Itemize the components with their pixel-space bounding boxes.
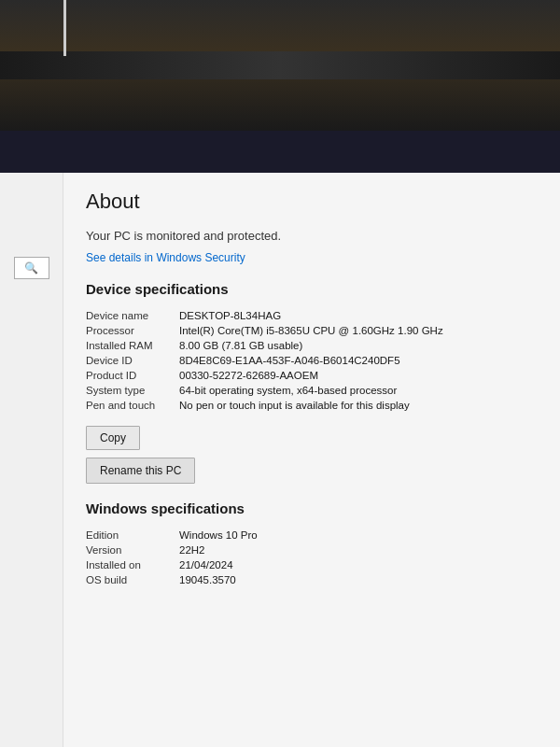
- spec-label: Edition: [86, 529, 179, 541]
- spec-value: 8.00 GB (7.81 GB usable): [179, 340, 538, 351]
- spec-value: Windows 10 Pro: [179, 529, 538, 541]
- spec-value: DESKTOP-8L34HAG: [179, 310, 538, 321]
- windows-spec-row: Installed on 21/04/2024: [86, 557, 538, 572]
- windows-spec-row: Version 22H2: [86, 543, 538, 557]
- spec-value: 22H2: [179, 544, 538, 556]
- spec-label: System type: [86, 385, 179, 396]
- spec-value: 64-bit operating system, x64-based proce…: [179, 385, 538, 396]
- spec-label: Processor: [86, 325, 179, 336]
- spec-value: 8D4E8C69-E1AA-453F-A046-B6014C240DF5: [179, 355, 538, 366]
- spec-label: OS build: [86, 574, 179, 585]
- spec-label: Device ID: [86, 355, 179, 366]
- device-spec-row: Installed RAM 8.00 GB (7.81 GB usable): [86, 338, 538, 353]
- windows-spec-row: Edition Windows 10 Pro: [86, 528, 538, 543]
- security-link[interactable]: See details in Windows Security: [86, 251, 245, 264]
- device-spec-row: Pen and touch No pen or touch input is a…: [86, 398, 538, 413]
- spec-value: 00330-52272-62689-AAOEM: [179, 370, 538, 381]
- device-spec-row: System type 64-bit operating system, x64…: [86, 383, 538, 398]
- protection-text: Your PC is monitored and protected.: [86, 229, 538, 243]
- spec-value: Intel(R) Core(TM) i5-8365U CPU @ 1.60GHz…: [179, 325, 538, 336]
- spec-label: Product ID: [86, 370, 179, 381]
- page-title: About: [86, 190, 538, 214]
- device-spec-row: Product ID 00330-52272-62689-AAOEM: [86, 368, 538, 383]
- content-area: About Your PC is monitored and protected…: [63, 173, 560, 747]
- photo-area: [0, 0, 560, 131]
- sidebar: 🔍: [0, 173, 63, 747]
- device-spec-row: Device ID 8D4E8C69-E1AA-453F-A046-B6014C…: [86, 353, 538, 368]
- device-spec-row: Processor Intel(R) Core(TM) i5-8365U CPU…: [86, 323, 538, 338]
- device-specs-table: Device name DESKTOP-8L34HAG Processor In…: [86, 308, 538, 413]
- spec-label: Installed RAM: [86, 340, 179, 351]
- dark-bar: [0, 131, 560, 173]
- spec-value: No pen or touch input is available for t…: [179, 400, 538, 411]
- windows-spec-row: OS build 19045.3570: [86, 572, 538, 587]
- rename-pc-button[interactable]: Rename this PC: [86, 458, 195, 484]
- spec-value: 19045.3570: [179, 574, 538, 585]
- spec-label: Pen and touch: [86, 400, 179, 411]
- sidebar-divider: [63, 0, 66, 56]
- windows-specs-title: Windows specifications: [86, 500, 538, 516]
- spec-value: 21/04/2024: [179, 559, 538, 571]
- spec-label: Device name: [86, 310, 179, 321]
- spec-label: Installed on: [86, 559, 179, 571]
- copy-button[interactable]: Copy: [86, 426, 140, 450]
- spec-label: Version: [86, 544, 179, 556]
- search-box[interactable]: 🔍: [14, 257, 49, 279]
- search-icon: 🔍: [24, 261, 38, 275]
- device-specs-title: Device specifications: [86, 281, 538, 297]
- windows-specs-table: Edition Windows 10 Pro Version 22H2 Inst…: [86, 528, 538, 587]
- device-spec-row: Device name DESKTOP-8L34HAG: [86, 308, 538, 323]
